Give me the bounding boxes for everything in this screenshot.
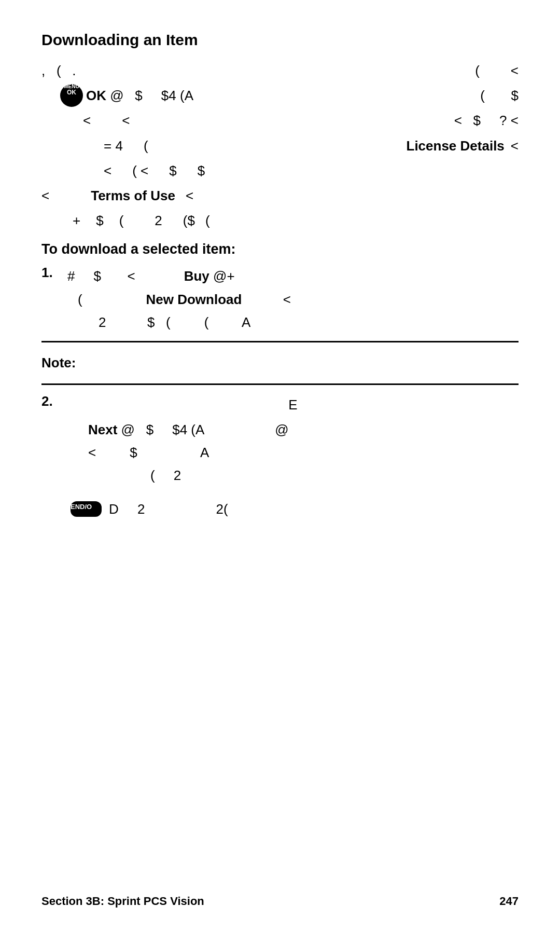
- intro-line-7: + $ ( 2 ($ (: [41, 209, 519, 232]
- step-1-content: # $ < Buy @+ ( New Download < 2 $ ( ( A: [67, 265, 519, 334]
- intro-less-2: <: [122, 109, 130, 132]
- step2-line-next: Next @ $ $4 (A @: [88, 418, 519, 441]
- ok-label: OK: [60, 89, 83, 95]
- step2-end-line: END/O D 2 2(: [67, 498, 519, 520]
- end-o-button: END/O: [71, 501, 102, 517]
- step2-content: E Next @ $ $4 (A @ < $ A ( 2 END/O D 2: [67, 393, 519, 520]
- step-1-line-2: ( New Download <: [67, 292, 291, 307]
- intro-less-ld: <: [511, 134, 519, 157]
- step-item-1: 1. # $ < Buy @+ ( New Download < 2 $ (: [41, 265, 519, 334]
- intro-text-3: <: [511, 59, 519, 82]
- intro-less-4: <: [104, 159, 111, 182]
- intro-line-5: < ( < $ $: [41, 159, 519, 182]
- section-title: Downloading an Item: [41, 31, 519, 49]
- intro-text-2: (: [475, 59, 480, 82]
- step-1-line-3: 2 $ ( ( A: [67, 314, 250, 330]
- intro-less-1: <: [83, 109, 91, 132]
- divider-bottom: [41, 383, 519, 385]
- note-label: Note:: [41, 350, 519, 376]
- divider-top: [41, 341, 519, 342]
- intro-paren-less: ( <: [132, 159, 148, 182]
- step-list: 1. # $ < Buy @+ ( New Download < 2 $ (: [41, 265, 519, 334]
- to-download-title: To download a selected item:: [41, 241, 519, 257]
- intro-paren-3: (: [205, 209, 210, 232]
- intro-dollar-4: $: [96, 209, 103, 232]
- step2-line-4: ( 2: [150, 464, 519, 487]
- intro-text-1: , ( .: [41, 59, 76, 82]
- menu-ok-button: MENU OK: [60, 84, 83, 107]
- intro-ok-text: OK @ $ $4 (A: [86, 84, 193, 107]
- note-section: Note:: [41, 350, 519, 376]
- intro-line-3: < < < $ ? <: [41, 109, 519, 132]
- step2-number: 2.: [41, 393, 67, 520]
- footer-section-label: Section 3B: Sprint PCS Vision: [41, 895, 204, 908]
- step-1-line-1: # $ < Buy @+: [67, 268, 235, 284]
- intro-less-3: < $ ? <: [454, 109, 519, 132]
- intro-dollar-3: $: [198, 159, 205, 182]
- intro-line-4: = 4 ( License Details <: [41, 134, 519, 157]
- intro-line-6: < Terms of Use <: [41, 184, 519, 207]
- intro-dollar-text: ( $: [480, 84, 519, 107]
- step2-line-e: E: [67, 393, 519, 416]
- intro-less-5: <: [41, 184, 49, 207]
- intro-less-6: <: [186, 184, 193, 207]
- page-footer: Section 3B: Sprint PCS Vision 247: [41, 895, 519, 908]
- intro-paren-2: (: [119, 209, 124, 232]
- intro-2: 2: [155, 209, 162, 232]
- intro-block: , ( . ( < MENU OK OK @ $ $4 (A ( $ < < <…: [41, 59, 519, 232]
- intro-plus: +: [73, 209, 80, 232]
- intro-line-1: , ( . ( <: [41, 59, 519, 82]
- step2-d-text: D 2 2(: [109, 498, 228, 520]
- intro-dollar-paren: ($: [183, 209, 195, 232]
- step2-line-3: < $ A: [88, 441, 519, 464]
- spacer-1: [41, 84, 57, 107]
- terms-of-use-label: Terms of Use: [91, 184, 175, 207]
- intro-eq4: = 4: [104, 134, 123, 157]
- intro-dollar-2: $: [169, 159, 176, 182]
- intro-paren-1: (: [144, 134, 148, 157]
- step2-block: 2. E Next @ $ $4 (A @ < $ A ( 2 END/O D …: [41, 393, 519, 520]
- footer-page-number: 247: [499, 895, 519, 908]
- license-details-label: License Details: [407, 134, 505, 157]
- page-content: Downloading an Item , ( . ( < MENU OK OK…: [0, 0, 560, 562]
- intro-line-2: MENU OK OK @ $ $4 (A ( $: [41, 84, 519, 107]
- step-number-1: 1.: [41, 265, 67, 334]
